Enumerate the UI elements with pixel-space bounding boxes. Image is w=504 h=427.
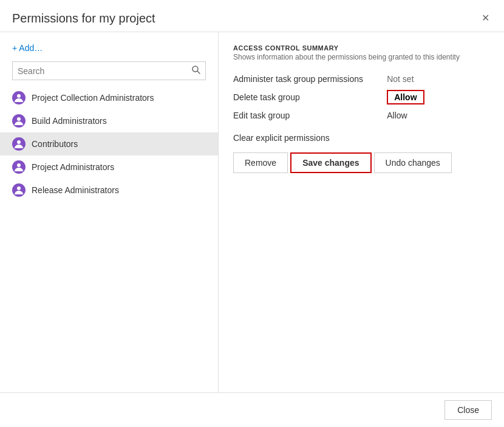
group-list: Project Collection Administrators Build … (0, 86, 218, 392)
dialog-footer: Close (0, 392, 504, 427)
table-row: Delete task group Allow (233, 87, 489, 108)
clear-explicit-label: Clear explicit permissions (233, 133, 489, 143)
table-row: Administer task group permissions Not se… (233, 71, 489, 87)
search-input[interactable] (13, 63, 187, 80)
dialog-header: Permissions for my project ✕ (0, 0, 504, 32)
group-label: Project Administrators (32, 162, 114, 172)
group-label: Release Administrators (32, 185, 119, 195)
group-label: Build Administrators (32, 116, 107, 126)
permission-value: Not set (387, 71, 489, 87)
search-icon-button[interactable] (187, 62, 205, 80)
svg-point-3 (17, 94, 21, 98)
group-icon (12, 91, 26, 104)
group-label: Project Collection Administrators (32, 93, 154, 103)
allow-selected-badge: Allow (387, 90, 424, 104)
acs-title: ACCESS CONTROL SUMMARY (233, 44, 489, 52)
group-icon (12, 137, 26, 151)
group-label: Contributors (32, 139, 78, 149)
group-item-contributors[interactable]: Contributors (0, 132, 218, 155)
acs-subtitle: Shows information about the permissions … (233, 53, 489, 61)
add-button[interactable]: + Add… (0, 38, 218, 58)
svg-point-9 (17, 163, 21, 167)
permission-label: Delete task group (233, 87, 387, 108)
group-item-build-admins[interactable]: Build Administrators (0, 109, 218, 132)
permission-value: Allow (387, 87, 489, 108)
right-panel: ACCESS CONTROL SUMMARY Shows information… (219, 32, 504, 392)
permission-label: Administer task group permissions (233, 71, 387, 87)
close-icon-button[interactable]: ✕ (479, 11, 492, 26)
left-panel: + Add… Project Collectio (0, 32, 219, 392)
remove-button[interactable]: Remove (233, 152, 288, 173)
svg-point-5 (17, 117, 21, 121)
table-row: Edit task group Allow (233, 108, 489, 123)
svg-point-7 (17, 140, 21, 144)
permissions-dialog: Permissions for my project ✕ + Add… (0, 0, 504, 427)
permission-label: Edit task group (233, 108, 387, 123)
group-item-project-collection-admins[interactable]: Project Collection Administrators (0, 86, 218, 109)
permissions-table: Administer task group permissions Not se… (233, 71, 489, 123)
dialog-body: + Add… Project Collectio (0, 32, 504, 392)
permission-value: Allow (387, 108, 489, 123)
group-icon (12, 183, 26, 197)
save-changes-button[interactable]: Save changes (290, 152, 371, 173)
group-item-project-admins[interactable]: Project Administrators (0, 155, 218, 179)
action-buttons: Remove Save changes Undo changes (233, 152, 489, 173)
search-icon (192, 66, 200, 74)
svg-point-11 (17, 186, 21, 190)
undo-changes-button[interactable]: Undo changes (374, 152, 452, 173)
group-icon (12, 160, 26, 174)
group-icon (12, 114, 26, 128)
search-box (12, 61, 206, 80)
dialog-title: Permissions for my project (12, 12, 155, 26)
group-item-release-admins[interactable]: Release Administrators (0, 179, 218, 202)
svg-line-1 (197, 71, 200, 73)
close-button[interactable]: Close (444, 400, 492, 420)
